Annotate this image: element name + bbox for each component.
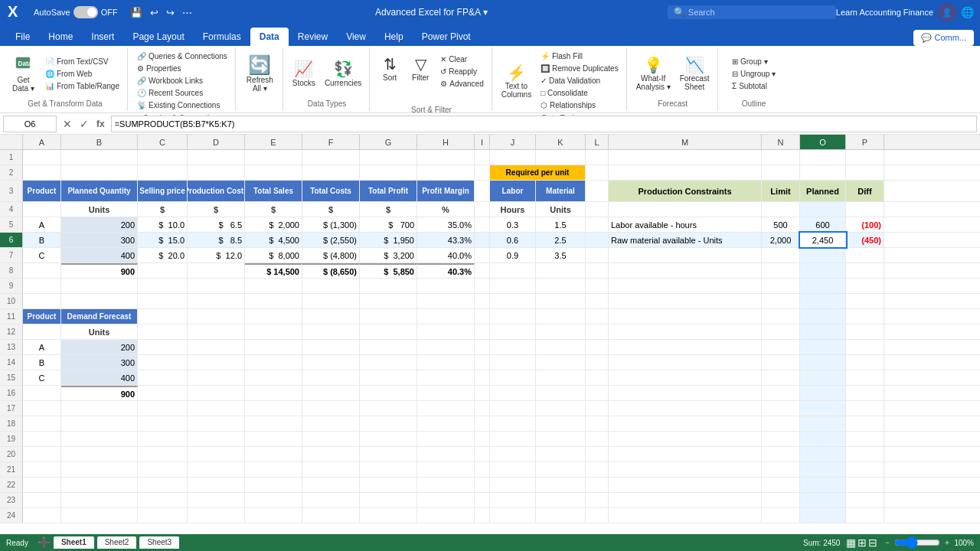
row-num-7[interactable]: 7 — [0, 248, 23, 262]
cell-e10[interactable] — [245, 294, 302, 308]
tab-formulas[interactable]: Formulas — [194, 28, 250, 46]
get-data-button[interactable]: Data GetData ▾ — [8, 51, 39, 96]
cell-a16[interactable] — [23, 386, 61, 400]
cell-c12[interactable] — [138, 324, 188, 339]
cell-b6[interactable]: 300 — [61, 233, 138, 247]
row-num-8[interactable]: 8 — [0, 263, 23, 278]
row-num-2[interactable]: 2 — [0, 165, 23, 180]
cell-k8[interactable] — [536, 263, 586, 278]
cell-m2[interactable] — [609, 165, 762, 180]
row-num-21[interactable]: 21 — [0, 462, 23, 477]
cell-f4[interactable]: $ — [302, 202, 360, 217]
cell-h7[interactable]: 40.0% — [417, 248, 475, 262]
col-header-l[interactable]: L — [586, 135, 609, 149]
cell-k4[interactable]: Units — [536, 202, 586, 217]
cell-i8[interactable] — [475, 263, 490, 278]
cell-b13[interactable]: 200 — [61, 340, 138, 354]
row-num-11[interactable]: 11 — [0, 309, 23, 324]
cell-a14[interactable]: B — [23, 355, 61, 370]
sheet-tab-1[interactable]: Sheet1 — [54, 536, 94, 549]
cell-f5[interactable]: $ (1,300) — [302, 217, 360, 232]
subtotal-button[interactable]: Σ Subtotal — [729, 80, 779, 92]
cell-i2[interactable] — [475, 165, 490, 180]
confirm-formula-icon[interactable]: ✓ — [77, 116, 92, 132]
cell-o3[interactable]: Planned — [800, 181, 846, 201]
cell-a4[interactable] — [23, 202, 61, 217]
cell-m12[interactable] — [609, 324, 762, 339]
properties-button[interactable]: ⚙ Properties — [134, 63, 230, 74]
cell-f11[interactable] — [302, 309, 360, 324]
cell-a10[interactable] — [23, 294, 61, 308]
currencies-button[interactable]: 💱 Currencies — [322, 58, 364, 89]
col-header-k[interactable]: K — [536, 135, 586, 149]
cell-e8[interactable]: $ 14,500 — [245, 263, 302, 278]
cell-p6[interactable]: (450) — [846, 233, 884, 247]
cell-k10[interactable] — [536, 294, 586, 308]
sort-button[interactable]: ⇅ Sort — [376, 54, 403, 103]
cell-d15[interactable] — [188, 370, 245, 385]
col-header-b[interactable]: B — [61, 135, 138, 149]
comment-button[interactable]: 💬 Comm... — [913, 30, 974, 46]
tab-help[interactable]: Help — [375, 28, 413, 46]
cell-p1[interactable] — [846, 150, 884, 165]
cell-l14[interactable] — [586, 355, 609, 370]
cell-p8[interactable] — [846, 263, 884, 278]
cell-a7[interactable]: C — [23, 248, 61, 262]
cell-m8[interactable] — [609, 263, 762, 278]
search-input[interactable] — [688, 8, 830, 17]
row-num-13[interactable]: 13 — [0, 340, 23, 354]
cell-o7[interactable] — [800, 248, 846, 262]
cell-k14[interactable] — [536, 355, 586, 370]
cell-f2[interactable] — [302, 165, 360, 180]
cell-k13[interactable] — [536, 340, 586, 354]
cell-c2[interactable] — [138, 165, 188, 180]
cell-l16[interactable] — [586, 386, 609, 400]
cell-p10[interactable] — [846, 294, 884, 308]
cell-n6[interactable]: 2,000 — [762, 233, 800, 247]
from-web-button[interactable]: 🌐 From Web — [42, 68, 122, 80]
col-header-n[interactable]: N — [762, 135, 800, 149]
cell-m9[interactable] — [609, 279, 762, 293]
cell-g1[interactable] — [360, 150, 417, 165]
cell-d5[interactable]: $ 6.5 — [188, 217, 245, 232]
cell-o16[interactable] — [800, 386, 846, 400]
cell-h9[interactable] — [417, 279, 475, 293]
formula-input[interactable] — [111, 116, 977, 132]
cell-g3[interactable]: Total Profit — [360, 181, 417, 201]
insert-function-icon[interactable]: fx — [93, 117, 108, 131]
cell-e13[interactable] — [245, 340, 302, 354]
zoom-range[interactable] — [894, 536, 940, 549]
cell-e1[interactable] — [245, 150, 302, 165]
cell-d6[interactable]: $ 8.5 — [188, 233, 245, 247]
row-num-23[interactable]: 23 — [0, 493, 23, 507]
cell-c4[interactable]: $ — [138, 202, 188, 217]
tab-view[interactable]: View — [337, 28, 375, 46]
cell-i16[interactable] — [475, 386, 490, 400]
cell-l6[interactable] — [586, 233, 609, 247]
tab-review[interactable]: Review — [289, 28, 337, 46]
cell-d1[interactable] — [188, 150, 245, 165]
cell-i6[interactable] — [475, 233, 490, 247]
cell-g5[interactable]: $ 700 — [360, 217, 417, 232]
stocks-button[interactable]: 📈 Stocks — [289, 58, 318, 89]
col-header-a[interactable]: A — [23, 135, 61, 149]
cell-b4[interactable]: Units — [61, 202, 138, 217]
cell-h15[interactable] — [417, 370, 475, 385]
cell-f7[interactable]: $ (4,800) — [302, 248, 360, 262]
whatif-button[interactable]: 💡 What-IfAnalysis ▾ — [633, 54, 674, 93]
cell-i3[interactable] — [475, 181, 490, 201]
cell-a15[interactable]: C — [23, 370, 61, 385]
row-num-9[interactable]: 9 — [0, 279, 23, 293]
cell-g13[interactable] — [360, 340, 417, 354]
col-header-m[interactable]: M — [609, 135, 762, 149]
cell-o1[interactable] — [800, 150, 846, 165]
cell-o13[interactable] — [800, 340, 846, 354]
cell-m16[interactable] — [609, 386, 762, 400]
cell-l9[interactable] — [586, 279, 609, 293]
row-num-18[interactable]: 18 — [0, 416, 23, 431]
normal-view-button[interactable]: ▦ — [846, 536, 856, 549]
cell-l4[interactable] — [586, 202, 609, 217]
cell-i12[interactable] — [475, 324, 490, 339]
cell-b1[interactable] — [61, 150, 138, 165]
undo-button[interactable]: ↩ — [147, 5, 162, 20]
